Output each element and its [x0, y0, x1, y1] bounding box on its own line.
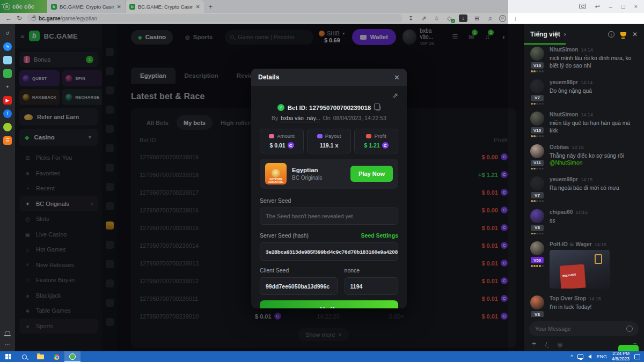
chrome-icon[interactable]	[48, 351, 64, 362]
shopping-icon[interactable]: ☰	[3, 136, 12, 145]
browser-tab[interactable]: bBC.GAME: Crypto Casino Ga✕	[126, 0, 204, 13]
tab-close-icon[interactable]: ✕	[196, 4, 200, 10]
sidebar-item-recent[interactable]: ◔Recent	[19, 181, 98, 196]
game-icon[interactable]	[106, 279, 114, 287]
security-shield-icon[interactable]: ◇2	[446, 16, 453, 21]
feed-icon[interactable]: ↩	[595, 3, 600, 10]
nav-casino[interactable]: ◆ Casino	[131, 30, 173, 45]
chat-username[interactable]: chipau6014:15	[550, 209, 639, 215]
sidebar-item-table-games[interactable]: ♣Table Games	[19, 303, 98, 319]
nonce-field[interactable]: 1194	[345, 277, 398, 295]
rain-icon[interactable]: ☂	[531, 341, 537, 348]
download-icon[interactable]: ↓	[512, 16, 519, 21]
sidebar-casino-dropdown[interactable]: ◆ Casino ▼	[19, 129, 98, 146]
sidebar-tile-rakeback[interactable]: RAKEBACK	[19, 89, 60, 105]
avatar[interactable]	[530, 295, 544, 309]
chat-message-input[interactable]: Your Message	[529, 321, 639, 336]
notification-bell-icon[interactable]	[5, 331, 10, 335]
game-icon[interactable]	[106, 318, 114, 326]
maximize-button[interactable]: □	[621, 3, 625, 10]
verify-button[interactable]: Verify	[260, 300, 398, 308]
game-icon[interactable]	[106, 221, 114, 230]
game-search-input[interactable]: Game name | Provider	[225, 30, 313, 45]
game-icon[interactable]	[106, 299, 114, 307]
new-tab-button[interactable]: +	[204, 0, 217, 13]
avatar[interactable]	[530, 112, 544, 125]
start-button[interactable]	[0, 351, 16, 362]
clock[interactable]: 2:24 PM 4/8/2023	[612, 351, 630, 362]
balance-selector[interactable]: SHIB▼ $ 0.69	[319, 31, 345, 43]
sidebar-item-sports[interactable]: ●Sports	[19, 319, 98, 334]
chat-app-icon[interactable]	[3, 56, 12, 64]
avatar[interactable]	[530, 144, 544, 158]
user-profile[interactable]: bxba vào... VIP 26	[402, 28, 444, 46]
show-more-button[interactable]: Show more ∨	[298, 328, 349, 341]
sidebar-tile-spin[interactable]: SPIN	[62, 70, 102, 86]
action-center-icon[interactable]	[634, 354, 640, 359]
server-seed-field[interactable]: The Seed hasn't been revealed yet.	[260, 208, 398, 225]
game-icon[interactable]	[106, 67, 114, 75]
tab-close-icon[interactable]: ✕	[117, 4, 121, 10]
share-bet-icon[interactable]: ⇗	[392, 91, 398, 102]
avatar[interactable]	[530, 176, 544, 190]
bet-tab-my-bets[interactable]: My bets	[177, 115, 213, 130]
game-icon[interactable]	[106, 241, 114, 249]
close-button[interactable]: ×	[634, 3, 638, 10]
game-center-icon[interactable]	[3, 69, 12, 78]
chat-username[interactable]: Ozbitas14:15	[550, 144, 639, 150]
tab-egyptian[interactable]: Egyptian	[131, 68, 175, 84]
sidebar-item-live-casino[interactable]: ▣Live Casino	[19, 227, 98, 242]
chat-username[interactable]: Top Over Stop14:16	[550, 295, 639, 301]
game-thumbnail[interactable]: EGYPTIAN ADVENTURE	[265, 163, 287, 184]
bell-icon[interactable]: ♫3	[482, 33, 492, 41]
client-seed-field[interactable]: 99dd7ee6050ba13d996c	[260, 277, 338, 295]
save-page-icon[interactable]: ↧	[407, 16, 414, 21]
youtube-icon[interactable]: ▶	[3, 96, 12, 105]
server-seed-hash-field[interactable]: 3e28bca6313de985f399bd4c9c76d70b183160e9…	[260, 242, 398, 261]
file-explorer-icon[interactable]	[32, 351, 48, 362]
profile-icon[interactable]: ☺	[499, 15, 506, 22]
network-icon[interactable]	[577, 354, 583, 359]
sidebar-item-slots[interactable]: ◎Slots	[19, 211, 98, 227]
avatar[interactable]	[530, 209, 544, 223]
game-icon[interactable]	[106, 106, 114, 114]
chat-username[interactable]: NhutSimon14:14	[550, 112, 639, 117]
back-icon[interactable]: ←	[5, 15, 12, 21]
hamburger-menu-icon[interactable]: ≡	[20, 32, 25, 40]
info-icon[interactable]: i	[608, 31, 614, 38]
avatar[interactable]	[530, 241, 544, 255]
game-icon[interactable]	[106, 164, 114, 172]
sidebar-item-bc-originals[interactable]: ✦BC Originals›	[19, 196, 98, 212]
avatar[interactable]	[530, 79, 544, 93]
tray-expand-icon[interactable]: ^	[570, 354, 573, 359]
avatar[interactable]	[530, 47, 544, 61]
history-icon[interactable]: ↺	[3, 29, 12, 38]
sidebar-item-refer-and-earn[interactable]: Refer and Earn	[19, 108, 98, 125]
share-icon[interactable]: ⇗	[420, 16, 427, 21]
sidebar-tile-quest[interactable]: QUEST	[19, 70, 60, 86]
chevron-right-icon[interactable]: ›	[564, 31, 566, 38]
chat-username[interactable]: PoH-IO ☠ Wager14:15	[550, 241, 639, 247]
minimize-button[interactable]: –	[609, 3, 612, 10]
sidebar-tile-recharge[interactable]: RECHARGE	[62, 89, 102, 105]
chat-mention[interactable]: @NhutSimon	[550, 160, 582, 166]
media-list-icon[interactable]: ♫	[486, 16, 493, 21]
download-active-icon[interactable]: ↓	[459, 14, 467, 22]
sidebar-item-feature-buy-in[interactable]: ☆Feature Buy-in	[19, 272, 98, 288]
bet-tab-all-bets[interactable]: All Bets	[140, 115, 175, 130]
tab-search-icon[interactable]	[579, 4, 586, 9]
extensions-icon[interactable]: ⊞	[473, 16, 480, 21]
sidebar-item-new-releases[interactable]: ⚡New Releases	[19, 257, 98, 273]
copy-icon[interactable]	[376, 105, 380, 110]
sidebar-item-blackjack[interactable]: ♠Blackjack	[19, 288, 98, 304]
url-input[interactable]: bc.game/game/egyptian	[27, 14, 402, 23]
play-now-button[interactable]: Play Now	[350, 166, 393, 182]
sidebar-item-picks-for-you[interactable]: ⊞Picks For You	[19, 150, 98, 166]
seed-settings-link[interactable]: Seed Settings	[361, 232, 398, 239]
sidebar-item-hot-games[interactable]: ♨Hot Games	[19, 242, 98, 257]
game-icon[interactable]	[106, 48, 114, 56]
sidebar-item-favorites[interactable]: ★Favorites	[19, 166, 98, 181]
chat-close-icon[interactable]: ✕	[632, 31, 638, 38]
game-icon[interactable]	[106, 202, 114, 210]
coccoc-taskbar-icon[interactable]	[64, 351, 80, 362]
